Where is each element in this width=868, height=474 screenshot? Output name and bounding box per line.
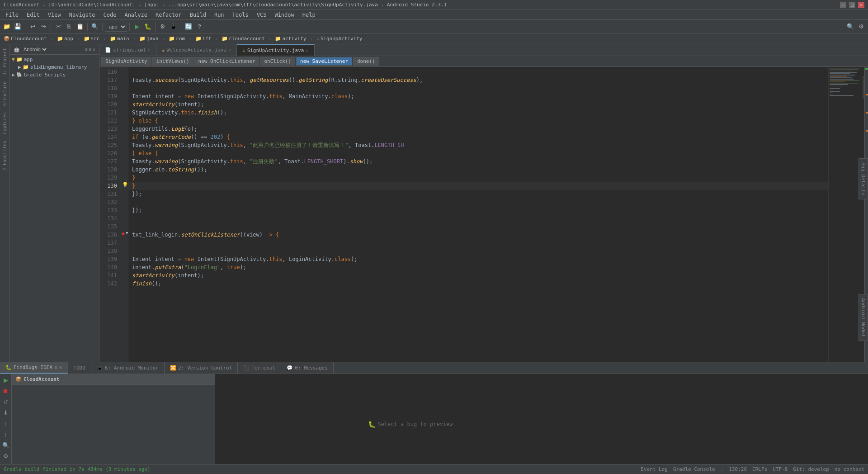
tab-welcome-close[interactable]: ✕ <box>228 47 231 52</box>
cursor-position[interactable]: 130:26 <box>729 466 747 472</box>
toolbar-sync-btn[interactable]: 🔄 <box>184 22 193 32</box>
nav-activity-crumb[interactable]: 📁 activity <box>273 35 308 42</box>
annotation-green-top <box>865 68 868 70</box>
toolbar-search-everywhere-btn[interactable]: 🔍 <box>845 22 855 32</box>
method-tab-savelistener[interactable]: new SaveListener <box>296 57 352 66</box>
menu-tools[interactable]: Tools <box>229 11 252 19</box>
version-control-label: 2: Version Control <box>178 365 232 371</box>
menu-run[interactable]: Run <box>211 11 228 19</box>
toolbar-save-btn[interactable]: 💾 <box>13 22 23 32</box>
findbugs-settings[interactable]: ⚙ <box>54 365 57 370</box>
findbugs-close[interactable]: ✕ <box>59 365 62 370</box>
project-tab[interactable]: 1: Project <box>1 45 8 78</box>
tab-todo[interactable]: TODO <box>68 362 91 374</box>
toolbar-undo-btn[interactable]: ↩ <box>28 22 38 32</box>
tab-findbugs[interactable]: 🐛 FindBugs-IDEA ⚙ ✕ <box>0 362 68 374</box>
sidebar-settings-btn[interactable]: ⚙ <box>89 47 92 52</box>
tab-welcome-activity[interactable]: ☕ WelcomeActivity.java ✕ <box>156 44 237 56</box>
menu-code[interactable]: Code <box>100 11 120 19</box>
toolbar-debug-btn[interactable]: 🐛 <box>143 22 153 32</box>
menu-vcs[interactable]: VCS <box>253 11 270 19</box>
toolbar-run-btn[interactable]: ▶ <box>132 22 142 32</box>
tab-signup-close[interactable]: ✕ <box>306 48 308 53</box>
context-label[interactable]: no context <box>835 466 864 472</box>
menu-analyze[interactable]: Analyze <box>121 11 151 19</box>
method-tab-onclick[interactable]: onClick() <box>260 57 295 66</box>
toolbar-settings-btn[interactable]: ⚙ <box>856 22 866 32</box>
bottom-settings-icon-btn[interactable]: ⚙ <box>1 451 11 461</box>
toolbar-paste-btn[interactable]: 📋 <box>75 22 85 32</box>
toolbar-sdk-btn[interactable]: ⚙ <box>158 22 168 32</box>
encoding-label[interactable]: UTF-8 <box>773 466 788 472</box>
bottom-search-btn[interactable]: 🔍 <box>1 440 11 450</box>
method-tab-onclicklistener[interactable]: new OnClickListener <box>194 57 259 66</box>
toolbar-open-btn[interactable]: 📁 <box>2 22 12 32</box>
android-model-side-tab[interactable]: Android Model <box>859 294 868 341</box>
sidebar-cog-btn[interactable]: ⚙ <box>85 47 88 52</box>
bottom-expand-btn[interactable]: ↕ <box>1 429 11 439</box>
tab-android-monitor[interactable]: 📱 6: Android Monitor <box>91 362 165 374</box>
nav-app[interactable]: 📁 app <box>55 35 75 42</box>
minimize-btn[interactable]: — <box>840 2 846 8</box>
menu-build[interactable]: Build <box>186 11 210 19</box>
close-btn[interactable]: ✕ <box>858 2 864 8</box>
toolbar-help-btn[interactable]: ? <box>194 22 204 32</box>
gutter-bulb-130[interactable]: 💡 <box>122 182 128 188</box>
method-tab-initviews[interactable]: initViews() <box>152 57 193 66</box>
git-branch[interactable]: Git: develop <box>793 466 829 472</box>
toolbar-redo-btn[interactable]: ↪ <box>38 22 48 32</box>
tab-signup-activity[interactable]: ☕ SignUpActivity.java ✕ <box>237 44 315 56</box>
nav-main[interactable]: 📁 main <box>108 35 131 42</box>
tab-version-control[interactable]: 🔀 2: Version Control <box>165 362 238 374</box>
captures-tab[interactable]: Captures <box>1 109 8 137</box>
bottom-down-btn[interactable]: ⬇ <box>1 408 11 417</box>
toolbar-copy-btn[interactable]: ⎘ <box>64 22 74 32</box>
structure-tab[interactable]: Structure <box>1 79 8 109</box>
gradle-console-btn[interactable]: Gradle Console <box>673 466 715 472</box>
nav-cloudaccount2[interactable]: 📁 cloudaccount <box>220 35 266 42</box>
toolbar-find-btn[interactable]: 🔍 <box>90 22 100 32</box>
bottom-run-btn[interactable]: ▶ <box>1 375 11 385</box>
nav-src[interactable]: 📁 src <box>82 35 102 42</box>
tree-item-app[interactable]: ▼ 📁 app <box>10 56 99 63</box>
nav-java[interactable]: 📁 java <box>137 35 160 42</box>
bottom-stop-btn[interactable]: ⏹ <box>1 386 11 396</box>
menu-navigate[interactable]: Navigate <box>66 11 99 19</box>
gutter-collapse-136[interactable]: ▼ <box>126 231 128 235</box>
tab-strings-xml[interactable]: 📄 strings.xml ✕ <box>99 44 156 56</box>
nav-cloudaccount[interactable]: 📦 CloudAccount <box>2 35 48 42</box>
nav-signupactivity[interactable]: ☕ SignUpActivity <box>315 35 364 42</box>
menu-view[interactable]: View <box>44 11 65 19</box>
tree-item-gradle[interactable]: ▶ 🐘 Gradle Scripts <box>10 71 99 79</box>
tab-strings-close[interactable]: ✕ <box>148 47 151 52</box>
tab-messages[interactable]: 💬 0: Messages <box>281 362 334 374</box>
menu-help[interactable]: Help <box>299 11 319 19</box>
menu-file[interactable]: File <box>2 11 22 19</box>
line-separator[interactable]: CRLFs <box>752 466 767 472</box>
menu-refactor[interactable]: Refactor <box>152 11 185 19</box>
event-log-btn[interactable]: Event Log <box>641 466 668 472</box>
bottom-reload-btn[interactable]: ↺ <box>1 397 11 407</box>
bug-details-side-tab[interactable]: Bug Details <box>859 158 868 199</box>
toolbar-cut-btn[interactable]: ✂ <box>53 22 63 32</box>
code-content[interactable]: Toasty.success(SignUpActivity.this, getR… <box>128 67 828 362</box>
tab-terminal[interactable]: ⬛ Terminal <box>238 362 281 374</box>
nav-com[interactable]: 📁 com <box>167 35 187 42</box>
gutter-debug-136[interactable]: ● <box>122 231 125 237</box>
method-nav-tabs: SignUpActivity initViews() new OnClickLi… <box>99 56 868 67</box>
status-right: Event Log Gradle Console | 130:26 CRLFs … <box>641 466 864 472</box>
menu-window[interactable]: Window <box>271 11 297 19</box>
method-tab-signupactivity[interactable]: SignUpActivity <box>101 57 151 66</box>
favorites-tab[interactable]: 2 Favorites <box>1 138 8 173</box>
tab-strings-label: strings.xml <box>113 47 146 53</box>
maximize-btn[interactable]: □ <box>849 2 855 8</box>
bottom-up-btn[interactable]: ↑ <box>1 418 11 428</box>
menu-edit[interactable]: Edit <box>23 11 43 19</box>
method-tab-done[interactable]: done() <box>353 57 379 66</box>
sidebar-android-dropdown[interactable]: Android <box>22 46 48 52</box>
tree-item-slidingmenu[interactable]: ▶ 📁 slidingmenu_library <box>10 63 99 71</box>
sidebar-close-btn[interactable]: ✕ <box>92 47 95 52</box>
toolbar-run-config[interactable]: app <box>105 22 127 32</box>
nav-lft[interactable]: 📁 lft <box>193 35 213 42</box>
toolbar-avd-btn[interactable]: 📱 <box>169 22 179 32</box>
